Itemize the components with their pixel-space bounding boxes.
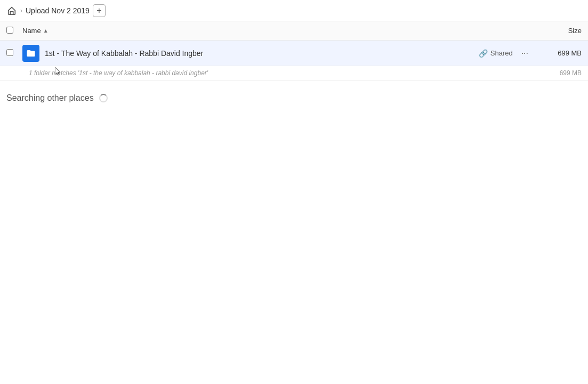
breadcrumb-bar: › Upload Nov 2 2019 + <box>0 0 588 21</box>
home-icon[interactable] <box>6 5 17 16</box>
add-button[interactable]: + <box>93 4 106 17</box>
more-options-button[interactable]: ··· <box>517 46 533 60</box>
column-header: Name ▲ Size <box>0 21 588 41</box>
row-checkbox-input[interactable] <box>6 49 13 56</box>
select-all-checkbox[interactable] <box>6 27 17 35</box>
loading-spinner <box>99 94 108 102</box>
size-column-header: Size <box>539 27 582 35</box>
folder-size: 699 MB <box>539 49 582 57</box>
shared-label: Shared <box>490 49 513 57</box>
searching-section: Searching other places <box>0 81 588 116</box>
match-text: 1 folder matches '1st - the way of kabba… <box>29 69 539 77</box>
match-size: 699 MB <box>539 69 582 77</box>
name-column-header[interactable]: Name ▲ <box>22 27 539 35</box>
searching-text: Searching other places <box>6 93 94 103</box>
result-row[interactable]: 1st - The Way of Kabbalah - Rabbi David … <box>0 41 588 66</box>
breadcrumb-title: Upload Nov 2 2019 <box>26 6 90 15</box>
shared-indicator: 🔗 Shared <box>479 49 513 58</box>
sort-arrow-icon: ▲ <box>43 28 49 34</box>
link-icon: 🔗 <box>479 49 488 58</box>
folder-icon <box>22 45 39 62</box>
breadcrumb-separator: › <box>20 7 22 14</box>
folder-name: 1st - The Way of Kabbalah - Rabbi David … <box>45 49 479 58</box>
checkbox-input[interactable] <box>6 27 13 34</box>
row-checkbox[interactable] <box>6 49 17 58</box>
match-info-row: 1 folder matches '1st - the way of kabba… <box>0 66 588 81</box>
